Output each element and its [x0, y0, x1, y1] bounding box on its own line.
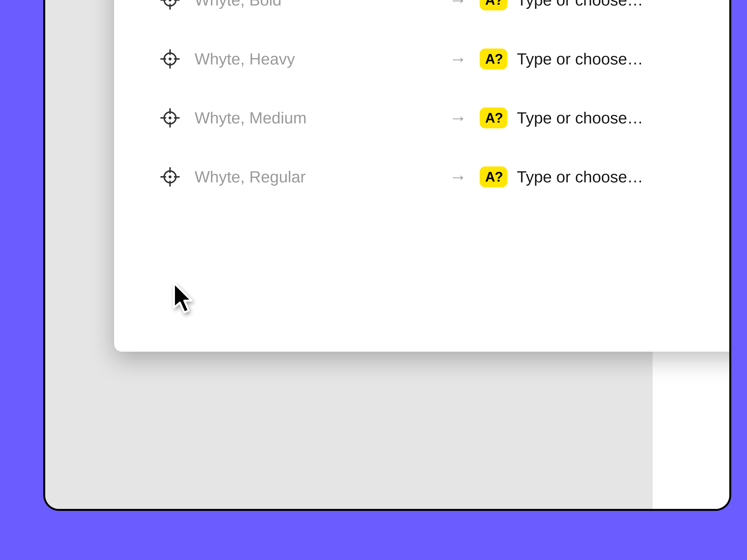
font-row: Whyte, Bold → A? Type or choose…: [155, 0, 731, 29]
stage: Missing Font Replacement: [0, 0, 747, 560]
font-row: Whyte, Heavy → A? Type or choose…: [155, 29, 731, 88]
missing-font-cell: Whyte, Heavy: [155, 48, 436, 70]
arrow-right-icon: →: [449, 109, 467, 127]
missing-fonts-dialog: Missing Font Replacement: [114, 0, 731, 352]
replacement-cell[interactable]: A? Type or choose…: [480, 0, 731, 10]
replacement-font-input[interactable]: Type or choose…: [517, 0, 643, 9]
missing-font-name: Whyte, Medium: [195, 109, 307, 127]
target-icon: [159, 0, 181, 11]
missing-font-cell: Whyte, Bold: [155, 0, 436, 11]
dialog-content: Missing Font Replacement: [155, 0, 731, 352]
missing-font-name: Whyte, Regular: [195, 168, 306, 186]
replacement-font-input[interactable]: Type or choose…: [517, 109, 643, 127]
missing-font-name: Whyte, Heavy: [195, 50, 295, 68]
font-row: Whyte, Medium → A? Type or choose…: [155, 88, 731, 148]
arrow-cell: →: [436, 109, 480, 127]
svg-point-19: [169, 176, 172, 179]
missing-font-badge-icon: A?: [480, 166, 507, 187]
target-icon: [159, 107, 181, 129]
arrow-cell: →: [436, 168, 480, 186]
missing-font-cell: Whyte, Regular: [155, 166, 436, 188]
font-rows: Whyte, Bold → A? Type or choose…: [155, 0, 731, 206]
right-panel-edge: [653, 350, 729, 511]
replacement-cell[interactable]: A? Type or choose…: [480, 166, 731, 187]
app-window-frame: Missing Font Replacement: [43, 0, 731, 511]
replacement-cell[interactable]: A? Type or choose…: [480, 107, 731, 128]
svg-point-1: [169, 0, 172, 1]
missing-font-cell: Whyte, Medium: [155, 107, 436, 129]
locate-target-button[interactable]: [155, 48, 195, 70]
missing-font-badge-icon: A?: [480, 107, 507, 128]
replacement-font-input[interactable]: Type or choose…: [517, 50, 643, 68]
target-icon: [159, 48, 181, 70]
missing-font-badge-icon: A?: [480, 0, 507, 10]
arrow-cell: →: [436, 0, 480, 9]
missing-font-name: Whyte, Bold: [195, 0, 282, 9]
locate-target-button[interactable]: [155, 107, 195, 129]
replacement-font-input[interactable]: Type or choose…: [517, 168, 643, 186]
font-row: Whyte, Regular → A? Type or choose…: [155, 148, 731, 206]
arrow-right-icon: →: [449, 168, 467, 186]
missing-font-badge-icon: A?: [480, 49, 507, 69]
svg-point-7: [169, 58, 172, 60]
locate-target-button[interactable]: [155, 0, 195, 11]
arrow-right-icon: →: [449, 0, 467, 9]
replacement-cell[interactable]: A? Type or choose…: [480, 49, 731, 69]
arrow-right-icon: →: [449, 50, 467, 68]
target-icon: [159, 166, 181, 188]
arrow-cell: →: [436, 50, 480, 68]
svg-point-13: [169, 116, 172, 119]
locate-target-button[interactable]: [155, 166, 195, 188]
